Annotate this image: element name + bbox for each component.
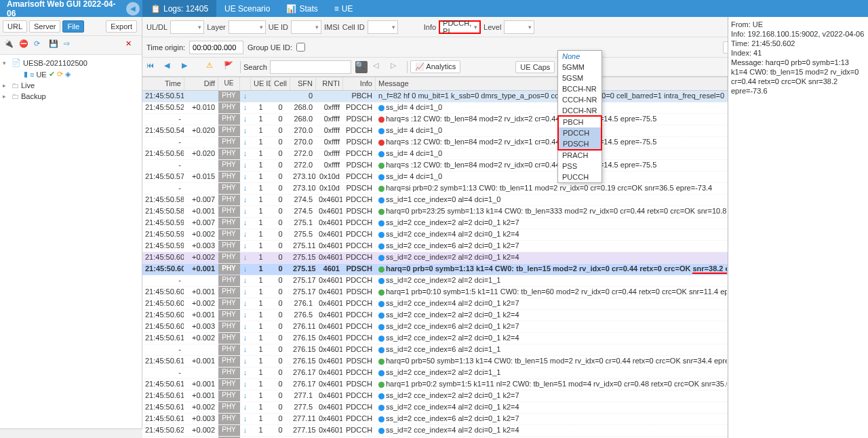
table-row[interactable]: 21:45:50.601+0.002PHY↓10275.150x4601PDCC… (142, 252, 728, 264)
timeorigin-input[interactable] (189, 41, 243, 54)
col-dir[interactable] (240, 77, 251, 90)
table-row[interactable]: 21:45:50.621+0.002PHY↓10277.150x4601PDCC… (142, 425, 728, 437)
uecaps-button[interactable]: UE Caps (515, 61, 555, 73)
tree-backup[interactable]: ▸ 🗀 Backup (0, 91, 142, 102)
col-sfn[interactable]: SFN (290, 77, 316, 90)
tree-ue[interactable]: ▮ ≡ UE ✔ ⟳ ◈ (0, 68, 142, 80)
table-row[interactable]: 21:45:50.614+0.001PHY↓10277.10x4601PDCCH… (142, 391, 728, 402)
stop-icon[interactable]: ⛔ (19, 39, 31, 52)
col-info[interactable]: Info (343, 77, 376, 90)
dd-item-prach[interactable]: PRACH (558, 150, 601, 161)
table-row[interactable]: 21:45:50.579+0.015PHY↓10273.100x10dPDCCH… (142, 172, 728, 183)
ue-icon: ≡ (334, 4, 339, 14)
col-diff[interactable]: Diff (184, 77, 218, 90)
tree-live[interactable]: ▸ 🗀 Live (0, 80, 142, 91)
col-ueid[interactable]: UE ID (251, 77, 271, 90)
next-icon[interactable]: ▶ (182, 61, 194, 73)
server-button[interactable]: Server (29, 20, 60, 33)
table-row[interactable]: 21:45:50.594+0.007PHY↓10275.10x4601PDCCH… (142, 218, 728, 229)
level-combo[interactable]: ▾ (504, 20, 534, 34)
save-icon[interactable]: 💾 (49, 39, 61, 52)
table-row[interactable]: 21:45:50.544+0.020PHY↓10270.00xffffPDCCH… (142, 125, 728, 137)
tab-logs[interactable]: 📋 Logs: 12405 (142, 0, 216, 17)
table-row[interactable]: -PHY↓10276.170x4601PDCCHss_id=2 cce_inde… (142, 367, 728, 379)
dd-item-pucch[interactable]: PUCCH (558, 172, 601, 182)
file-button[interactable]: File (62, 20, 84, 33)
connect-icon[interactable]: 🔌 (4, 39, 16, 52)
source-toolbar: URL Server File Export (0, 17, 142, 36)
dd-item-none[interactable]: None (558, 51, 601, 62)
search-input[interactable] (270, 60, 351, 74)
table-row[interactable]: 21:45:50.603+0.001PHY↓10275.170x4601PDSC… (142, 287, 728, 298)
table-row[interactable]: 21:45:50.619+0.003PHY↓10277.110x4601PDCC… (142, 414, 728, 425)
cellid-combo[interactable]: ▾ (368, 20, 398, 34)
action-icon[interactable]: ⇨ (64, 39, 76, 52)
url-button[interactable]: URL (3, 20, 27, 33)
layer-combo[interactable]: ▾ (229, 20, 266, 34)
table-row[interactable]: 21:45:50.605+0.002PHY↓10276.10x4601PDCCH… (142, 298, 728, 310)
dd-item-pdsch[interactable]: PDSCH (559, 138, 601, 149)
analytics-button[interactable]: 📈 Analytics (410, 60, 460, 73)
ueid-combo[interactable]: ▾ (291, 20, 321, 34)
table-row[interactable]: -PHY↓10270.00xffffPDSCHharq=s :12 CW0: t… (142, 137, 728, 148)
search-prev-icon[interactable]: ◁ (373, 61, 385, 73)
table-row[interactable]: 21:45:50.514PHY↓0PBCHn_f=82 hf 0 mu_bit=… (142, 91, 728, 102)
col-msg[interactable]: Message (376, 77, 728, 90)
dd-item-pss[interactable]: PSS (558, 161, 601, 172)
col-time[interactable]: Time (142, 77, 184, 90)
warn-icon[interactable]: ⚠ (206, 61, 218, 73)
status-dot (378, 117, 384, 123)
col-rnti[interactable]: RNTI (316, 77, 343, 90)
table-row[interactable]: 21:45:50.596+0.002PHY↓10275.50x4601PDCCH… (142, 229, 728, 241)
export-button[interactable]: Export (106, 20, 137, 33)
grid-body[interactable]: 21:45:50.514PHY↓0PBCHn_f=82 hf 0 mu_bit=… (142, 91, 728, 438)
tab-scenario[interactable]: UE Scenario (216, 0, 278, 17)
col-ue[interactable]: UE (218, 77, 240, 90)
dd-item-5gsm[interactable]: 5GSM (558, 73, 601, 83)
table-row[interactable]: -PHY↓10273.100x10dPDSCHharq=si prb=0:2 s… (142, 183, 728, 195)
table-row[interactable]: -PHY↓10275.170x4601PDCCHss_id=2 cce_inde… (142, 275, 728, 287)
tree-root[interactable]: ▾ 📄 UESB-2021102500 (0, 57, 142, 68)
info-combo[interactable]: PDCCH, PI▾ (439, 20, 481, 34)
dd-item-pdcch[interactable]: PDCCH (559, 127, 601, 138)
imsi-label: IMSI (324, 23, 340, 31)
dd-item-pbch[interactable]: PBCH (559, 117, 601, 127)
table-row[interactable]: -PHY↓10268.00xffffPDSCHharq=s :12 CW0: t… (142, 114, 728, 125)
prev-icon[interactable]: ◀ (164, 61, 176, 73)
table-row[interactable]: 21:45:50.616+0.002PHY↓10277.50x4601PDCCH… (142, 402, 728, 414)
table-row[interactable]: -PHY↓10276.150x4601PDCCHss_id=2 cce_inde… (142, 344, 728, 356)
refresh-icon[interactable]: ⟳ (34, 39, 46, 52)
table-row[interactable]: 21:45:50.609+0.003PHY↓10276.110x4601PDCC… (142, 321, 728, 333)
left-scrollbar[interactable] (0, 429, 142, 438)
tab-stats[interactable]: 📊 Stats (278, 0, 326, 17)
table-row[interactable]: 21:45:50.586+0.007PHY↓10274.50x4601PDCCH… (142, 195, 728, 206)
table-row[interactable]: 21:45:50.602+0.001PHY↓10275.154601PDSCHh… (142, 264, 728, 275)
close-icon[interactable]: ✕ (125, 39, 138, 52)
table-row[interactable]: 21:45:50.606+0.001PHY↓10276.50x4601PDCCH… (142, 310, 728, 321)
groupueid-checkbox[interactable] (296, 43, 305, 52)
table-row[interactable]: 21:45:50.611+0.002PHY↓10276.150x4601PDCC… (142, 333, 728, 344)
table-row[interactable]: 21:45:50.613+0.001PHY↓10276.170x4601PDSC… (142, 379, 728, 391)
dd-item-dcch[interactable]: DCCH-NR (558, 105, 601, 116)
table-row[interactable]: 21:45:50.612+0.001PHY↓10276.150x4601PDSC… (142, 356, 728, 367)
search-next-icon[interactable]: ▷ (391, 61, 403, 73)
status-dot (378, 428, 384, 434)
dd-item-bcch[interactable]: BCCH-NR (558, 83, 601, 94)
table-row[interactable]: 21:45:50.564+0.020PHY↓10272.00xffffPDCCH… (142, 148, 728, 160)
collapse-sidebar-icon[interactable]: ◀ (126, 2, 140, 16)
table-row[interactable]: 21:45:50.599+0.003PHY↓10275.110x4601PDCC… (142, 241, 728, 252)
table-row[interactable]: 21:45:50.524+0.010PHY↓10268.00xffffPDCCH… (142, 102, 728, 114)
status-dot (378, 266, 384, 273)
info-dropdown: None 5GMM 5GSM BCCH-NR CCCH-NR DCCH-NR P… (557, 50, 602, 183)
table-row[interactable]: 21:45:50.587+0.001PHY↓10274.50x4601PDSCH… (142, 206, 728, 218)
search-go-icon[interactable]: 🔍 (355, 61, 368, 73)
first-icon[interactable]: ⏮ (146, 61, 159, 73)
dd-item-ccch[interactable]: CCCH-NR (558, 94, 601, 105)
flag-icon[interactable]: 🚩 (224, 61, 236, 73)
col-cell[interactable]: Cell (271, 77, 290, 90)
dd-item-5gmm[interactable]: 5GMM (558, 62, 601, 73)
table-row[interactable]: -PHY↓10272.00xffffPDSCHharq=s :12 CW0: t… (142, 160, 728, 172)
status-dot (378, 128, 384, 134)
uldl-combo[interactable]: ▾ (170, 20, 204, 34)
tab-ue[interactable]: ≡ UE (326, 0, 361, 17)
